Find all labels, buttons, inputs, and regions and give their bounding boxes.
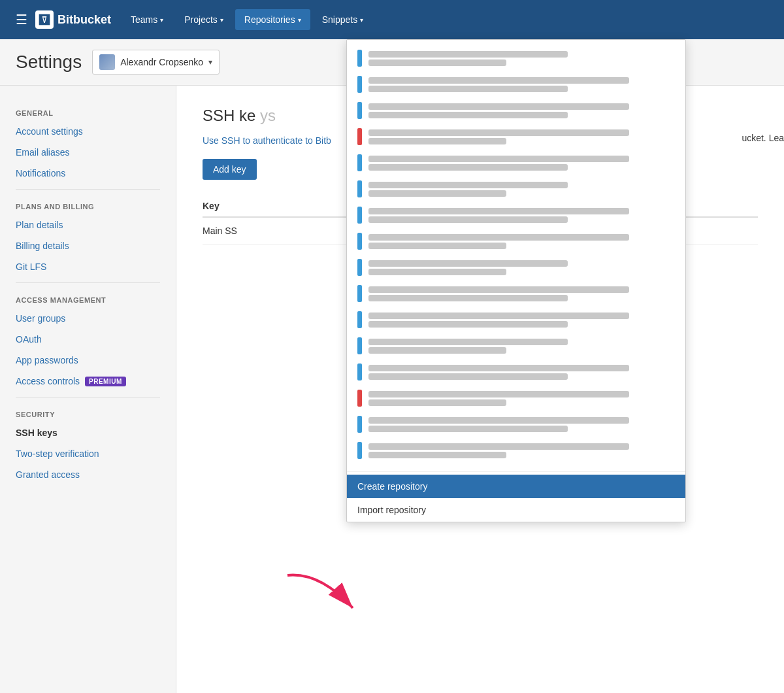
sidebar-item-ssh-keys[interactable]: SSH keys bbox=[0, 422, 176, 443]
divider bbox=[16, 282, 160, 283]
divider bbox=[347, 471, 685, 472]
dropdown-repo-item[interactable] bbox=[347, 333, 685, 359]
dropdown-repo-item[interactable] bbox=[347, 228, 685, 254]
divider bbox=[16, 397, 160, 397]
dropdown-repo-item[interactable] bbox=[347, 150, 685, 176]
dropdown-repo-item[interactable] bbox=[347, 411, 685, 437]
sidebar-item-git-lfs[interactable]: Git LFS bbox=[0, 256, 176, 277]
sidebar-item-app-passwords[interactable]: App passwords bbox=[0, 350, 176, 371]
sidebar-section-access: ACCESS MANAGEMENT User groups OAuth App … bbox=[0, 288, 176, 392]
repo-color-indicator bbox=[357, 233, 362, 250]
repo-color-indicator bbox=[357, 76, 362, 93]
trailing-text: ucket. Lea bbox=[742, 133, 784, 143]
repo-color-indicator bbox=[357, 311, 362, 328]
create-repository-action[interactable]: Create repository bbox=[347, 475, 685, 498]
logo-icon bbox=[35, 10, 54, 29]
repo-color-indicator bbox=[357, 128, 362, 145]
repo-color-indicator bbox=[357, 363, 362, 380]
dropdown-list bbox=[347, 40, 685, 469]
dropdown-repo-item[interactable] bbox=[347, 307, 685, 333]
repo-color-indicator bbox=[357, 285, 362, 302]
sidebar-item-two-step[interactable]: Two-step verification bbox=[0, 443, 176, 464]
account-name: Alexandr Cropsenko bbox=[120, 57, 203, 67]
sidebar: GENERAL Account settings Email aliases N… bbox=[0, 86, 176, 693]
logo-text: Bitbucket bbox=[57, 13, 111, 27]
dropdown-repo-item[interactable] bbox=[347, 437, 685, 464]
sidebar-item-granted-access[interactable]: Granted access bbox=[0, 464, 176, 485]
sidebar-item-email-aliases[interactable]: Email aliases bbox=[0, 142, 176, 163]
sidebar-item-account-settings[interactable]: Account settings bbox=[0, 121, 176, 142]
premium-badge: PREMIUM bbox=[85, 377, 126, 386]
chevron-down-icon: ▾ bbox=[208, 58, 212, 67]
nav-projects[interactable]: Projects ▾ bbox=[175, 9, 233, 30]
dropdown-repo-item[interactable] bbox=[347, 202, 685, 228]
sidebar-section-general: GENERAL Account settings Email aliases N… bbox=[0, 101, 176, 184]
repo-color-indicator bbox=[357, 259, 362, 276]
logo[interactable]: Bitbucket bbox=[35, 10, 111, 29]
account-selector[interactable]: Alexandr Cropsenko ▾ bbox=[92, 50, 220, 75]
repo-color-indicator bbox=[357, 416, 362, 433]
top-navigation: ☰ Bitbucket Teams ▾ Projects ▾ Repositor… bbox=[0, 0, 784, 39]
sidebar-item-billing-details[interactable]: Billing details bbox=[0, 235, 176, 256]
dropdown-repo-item[interactable] bbox=[347, 280, 685, 307]
dropdown-repo-item[interactable] bbox=[347, 176, 685, 202]
page-title: Settings bbox=[16, 52, 82, 73]
import-repository-action[interactable]: Import repository bbox=[347, 498, 685, 522]
dropdown-repo-item[interactable] bbox=[347, 97, 685, 124]
dropdown-repo-item[interactable] bbox=[347, 254, 685, 280]
dropdown-repo-item[interactable] bbox=[347, 45, 685, 71]
sidebar-section-billing: PLANS AND BILLING Plan details Billing d… bbox=[0, 195, 176, 277]
sidebar-section-security: SECURITY SSH keys Two-step verification … bbox=[0, 403, 176, 485]
add-key-button[interactable]: Add key bbox=[203, 159, 257, 180]
sidebar-section-title: PLANS AND BILLING bbox=[0, 195, 176, 214]
ssh-link[interactable]: Use SSH to authenticate to Bitb bbox=[203, 135, 331, 146]
repo-color-indicator bbox=[357, 154, 362, 171]
chevron-down-icon: ▾ bbox=[160, 16, 163, 24]
sidebar-item-user-groups[interactable]: User groups bbox=[0, 308, 176, 329]
repo-color-indicator bbox=[357, 180, 362, 197]
hamburger-icon[interactable]: ☰ bbox=[10, 7, 33, 33]
sidebar-item-access-controls[interactable]: Access controls PREMIUM bbox=[0, 371, 176, 392]
avatar bbox=[99, 54, 115, 70]
dropdown-repo-item[interactable] bbox=[347, 71, 685, 97]
nav-snippets[interactable]: Snippets ▾ bbox=[313, 9, 372, 30]
repo-color-indicator bbox=[357, 207, 362, 224]
sidebar-section-title: SECURITY bbox=[0, 403, 176, 422]
repo-color-indicator bbox=[357, 50, 362, 67]
repo-color-indicator bbox=[357, 337, 362, 354]
repositories-dropdown: Create repository Import repository bbox=[346, 39, 686, 522]
repo-color-indicator bbox=[357, 102, 362, 119]
sidebar-section-title: GENERAL bbox=[0, 101, 176, 121]
repo-color-indicator bbox=[357, 390, 362, 407]
sidebar-item-notifications[interactable]: Notifications bbox=[0, 163, 176, 184]
chevron-down-icon: ▾ bbox=[220, 16, 223, 24]
sidebar-item-plan-details[interactable]: Plan details bbox=[0, 214, 176, 235]
dropdown-repo-item[interactable] bbox=[347, 124, 685, 150]
sidebar-section-title: ACCESS MANAGEMENT bbox=[0, 288, 176, 308]
dropdown-repo-item[interactable] bbox=[347, 385, 685, 411]
dropdown-repo-item[interactable] bbox=[347, 359, 685, 385]
repo-color-indicator bbox=[357, 442, 362, 459]
divider bbox=[16, 189, 160, 190]
sidebar-item-oauth[interactable]: OAuth bbox=[0, 329, 176, 350]
chevron-down-icon: ▾ bbox=[298, 16, 301, 24]
chevron-down-icon: ▾ bbox=[360, 16, 363, 24]
nav-repositories[interactable]: Repositories ▾ bbox=[235, 9, 310, 30]
nav-teams[interactable]: Teams ▾ bbox=[122, 9, 172, 30]
